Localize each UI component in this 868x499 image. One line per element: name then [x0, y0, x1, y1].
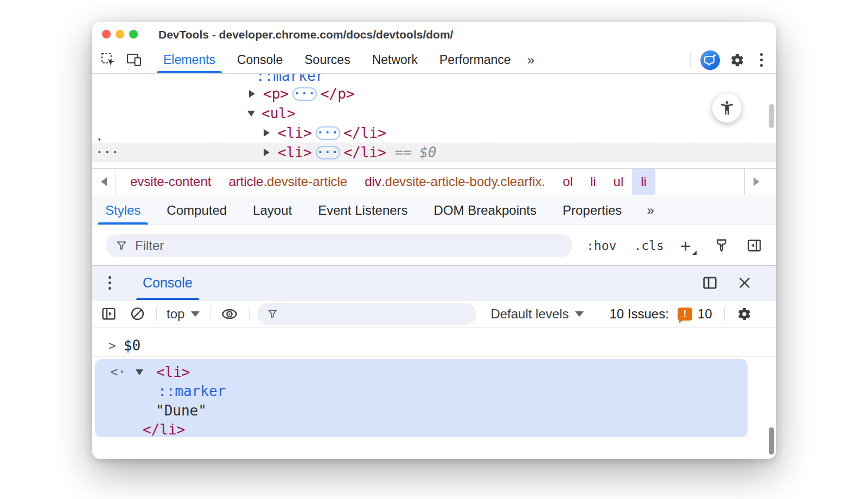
more-panels-icon[interactable]: » — [522, 53, 540, 68]
more-tabs-icon[interactable]: » — [641, 203, 659, 218]
settings-icon[interactable] — [730, 53, 745, 68]
expand-children-button[interactable]: ··· — [292, 87, 317, 101]
tab-network[interactable]: Network — [361, 47, 429, 73]
tree-row-ul[interactable]: <ul> — [247, 104, 296, 123]
accessibility-icon — [719, 100, 735, 116]
styles-filter-pill[interactable] — [106, 234, 572, 257]
console-settings-icon[interactable] — [737, 306, 752, 322]
drawer-menu-icon[interactable] — [104, 274, 116, 292]
collapse-arrow-icon[interactable] — [247, 111, 261, 117]
crumb-article[interactable]: article.devsite-article — [220, 169, 356, 195]
tab-performance-label: Performance — [439, 53, 511, 67]
minimize-window-button[interactable] — [116, 30, 124, 39]
window-title: DevTools - developer.chrome.com/docs/dev… — [158, 22, 453, 48]
expand-children-button[interactable]: ··· — [316, 126, 340, 140]
crumb-li-selected[interactable]: li — [632, 169, 655, 195]
breadcrumb-forward-button[interactable] — [744, 169, 768, 195]
tab-network-label: Network — [372, 53, 418, 67]
zoom-window-button[interactable] — [129, 30, 138, 39]
tab-elements[interactable]: Elements — [152, 47, 226, 73]
back-icon — [101, 177, 107, 186]
console-input-echo-row[interactable]: > $0 — [92, 334, 776, 357]
close-window-button[interactable] — [102, 30, 111, 39]
styles-filter-input[interactable] — [135, 238, 563, 253]
expand-children-button[interactable]: ··· — [316, 146, 340, 159]
more-options-icon[interactable] — [756, 51, 767, 69]
tab-elements-label: Elements — [163, 53, 215, 67]
issues-label: 10 Issues: — [609, 306, 668, 322]
close-tag: </li> — [344, 144, 386, 161]
inspect-element-icon[interactable] — [101, 53, 116, 67]
tab-styles[interactable]: Styles — [92, 196, 154, 225]
console-filter-pill[interactable] — [257, 303, 476, 325]
close-drawer-icon[interactable] — [737, 276, 752, 290]
javascript-context-selector[interactable]: top — [167, 306, 200, 322]
toggle-element-state-button[interactable]: :hov — [586, 239, 616, 253]
collapse-arrow-icon[interactable] — [136, 369, 146, 375]
crumb-ul[interactable]: ul — [605, 169, 633, 195]
tab-console[interactable]: Console — [226, 47, 293, 73]
paintbrush-icon[interactable] — [714, 238, 729, 253]
issues-counter[interactable]: 10 Issues: ! 10 — [609, 306, 712, 322]
toolbar-divider — [156, 307, 157, 321]
device-toolbar-icon[interactable] — [126, 53, 142, 67]
open-tag: <li> — [156, 364, 190, 380]
tab-dom-breakpoints[interactable]: DOM Breakpoints — [421, 196, 550, 225]
toggle-sidebar-icon[interactable] — [746, 238, 762, 253]
drawer-header: Console — [92, 266, 776, 300]
new-style-rule-button[interactable]: + — [680, 238, 697, 254]
open-tag: <li> — [278, 144, 312, 161]
close-tag: </p> — [321, 86, 355, 102]
tab-layout[interactable]: Layout — [240, 196, 305, 225]
show-console-sidebar-icon[interactable] — [101, 306, 117, 322]
toolbar-divider — [597, 307, 597, 321]
breadcrumb: evsite-content article.devsite-article d… — [116, 169, 655, 195]
styles-filter-row: :hov .cls + — [92, 226, 776, 266]
pseudo-element-label: ::marker — [158, 383, 226, 399]
prompt-chevron-icon: > — [108, 338, 116, 353]
context-label: top — [167, 306, 184, 322]
expand-arrow-icon[interactable] — [264, 149, 278, 156]
filter-funnel-icon — [116, 239, 127, 252]
panel-tabs: Elements Console Sources Network Perform… — [152, 47, 522, 73]
title-bar: DevTools - developer.chrome.com/docs/dev… — [92, 22, 776, 47]
tab-sources-label: Sources — [304, 53, 350, 67]
tab-performance[interactable]: Performance — [429, 47, 522, 73]
clear-console-icon[interactable] — [130, 306, 145, 322]
drawer-tab-console[interactable]: Console — [134, 266, 201, 300]
expand-arrow-icon[interactable] — [249, 90, 263, 98]
log-levels-selector[interactable]: Default levels — [490, 306, 584, 322]
element-classes-button[interactable]: .cls — [634, 239, 663, 253]
levels-label: Default levels — [490, 306, 569, 322]
node-text-value: "Dune" — [156, 402, 207, 419]
tab-console-label: Console — [237, 53, 283, 67]
tab-sources[interactable]: Sources — [293, 47, 361, 73]
crumb-devsite-content[interactable]: evsite-content — [122, 169, 220, 195]
toolbar-divider — [724, 307, 725, 321]
crumb-ol[interactable]: ol — [554, 169, 582, 195]
return-value-icon: <· — [110, 364, 126, 380]
tab-event-listeners[interactable]: Event Listeners — [305, 196, 420, 225]
accessibility-widget-button[interactable] — [712, 93, 742, 123]
console-filter-input[interactable] — [286, 306, 467, 322]
console-scrollbar-thumb[interactable] — [769, 427, 774, 455]
forward-icon — [754, 177, 760, 186]
input-echo-text: $0 — [124, 337, 141, 354]
crumb-div[interactable]: div.devsite-article-body.clearfix. — [356, 169, 554, 195]
split-panel-icon[interactable] — [702, 275, 718, 291]
expand-arrow-icon[interactable] — [264, 129, 278, 137]
ai-assistant-icon[interactable] — [700, 50, 720, 70]
tree-row-li-selected[interactable]: <li> ··· </li> == $0 — [92, 143, 776, 162]
elements-scrollbar-thumb[interactable] — [769, 104, 774, 128]
filter-funnel-icon — [267, 308, 278, 320]
live-expression-eye-icon[interactable] — [221, 306, 238, 322]
console-result-highlighted[interactable]: <· <li> ::marker "Dune" </li> — [95, 359, 748, 437]
tab-computed[interactable]: Computed — [154, 196, 240, 225]
close-tag: </li> — [143, 421, 185, 438]
tab-properties[interactable]: Properties — [550, 196, 635, 225]
tree-row-li-1[interactable]: <li> ··· </li> — [264, 123, 386, 143]
clipped-text-fragment: ··· — [95, 145, 119, 160]
tree-row-p[interactable]: <p> ··· </p> — [249, 84, 355, 104]
crumb-li[interactable]: li — [582, 169, 605, 195]
breadcrumb-back-button[interactable] — [92, 169, 116, 195]
